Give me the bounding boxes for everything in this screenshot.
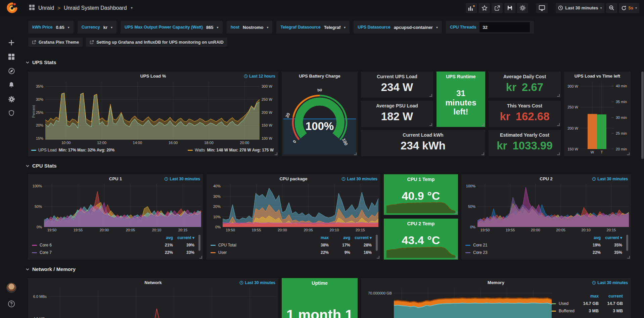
- legend-column-header[interactable]: avg: [579, 235, 601, 240]
- axis-tick-label: 20%: [36, 123, 43, 127]
- legend-column-header[interactable]: avg: [329, 235, 350, 240]
- panel-time-override-link[interactable]: Last 30 minutes: [341, 177, 377, 181]
- stat-title[interactable]: Estimated Yearly Cost: [489, 130, 561, 140]
- panel-time-override-link[interactable]: Last 30 minutes: [164, 177, 200, 181]
- dashboard-grid-icon[interactable]: [29, 4, 35, 12]
- legend-column-header[interactable]: current ▾: [350, 235, 372, 240]
- zoom-out-time-button[interactable]: [606, 3, 617, 13]
- panel-time-override-link[interactable]: Last 30 minutes: [592, 280, 628, 285]
- stat-title[interactable]: This Years Cost: [489, 101, 561, 111]
- legend-series-name[interactable]: Core 7: [32, 250, 151, 255]
- dashboards-icon[interactable]: [0, 50, 23, 63]
- tv-cycle-view-button[interactable]: [536, 3, 548, 13]
- variable-value[interactable]: apcupsd-container: [394, 25, 433, 30]
- legend-column-header[interactable]: current ▾: [601, 235, 622, 240]
- breadcrumb-app[interactable]: Unraid: [38, 5, 54, 11]
- share-dashboard-button[interactable]: [492, 3, 503, 13]
- legend-series-name[interactable]: UPS Load: [38, 148, 57, 152]
- configuration-gear-icon[interactable]: [0, 92, 23, 106]
- user-avatar[interactable]: [0, 281, 23, 294]
- grafana-logo[interactable]: [0, 0, 23, 16]
- add-panel-button[interactable]: [466, 3, 477, 13]
- panel-title[interactable]: UPS Load vs Time left: [574, 74, 620, 79]
- panel-title[interactable]: CPU package: [279, 176, 307, 181]
- variable-kwh-price[interactable]: kWh Price0.65▾: [28, 21, 74, 34]
- variable-value[interactable]: Nostromo: [243, 25, 263, 30]
- axis-tick-label: 40%: [213, 184, 221, 188]
- legend-column-header[interactable]: max: [574, 294, 599, 299]
- stat-title[interactable]: CPU 2 Temp: [384, 219, 458, 229]
- dashboard-link[interactable]: Grafana Plex Theme: [28, 38, 83, 47]
- row-header-network-memory[interactable]: Network / Memory: [26, 266, 76, 272]
- variable-currency[interactable]: Currencykr▾: [78, 21, 117, 34]
- breadcrumb-dashboard-title[interactable]: Unraid System Dashboard: [64, 5, 127, 11]
- axis-tick-label: T: [601, 150, 603, 154]
- star-dashboard-button[interactable]: [479, 3, 490, 13]
- variable-value[interactable]: 0.65: [56, 25, 64, 30]
- legend-swatch-icon: [465, 252, 470, 253]
- legend-series-name[interactable]: Watts: [195, 148, 205, 152]
- legend-series-name[interactable]: User: [211, 250, 307, 255]
- panel-title[interactable]: UPS Load %: [140, 74, 166, 79]
- legend-series-name[interactable]: CPU Total: [211, 243, 307, 247]
- save-dashboard-button[interactable]: [504, 3, 515, 13]
- variable-host[interactable]: hostNostromo▾: [227, 21, 273, 34]
- time-range-picker[interactable]: Last 30 minutes ▾: [556, 3, 604, 13]
- stat-title[interactable]: UPS Runtime: [436, 72, 485, 82]
- legend-series-stats: Min: 148 W Max: 278 W Avg: 175 W: [207, 148, 274, 152]
- panel-title[interactable]: Memory: [488, 280, 504, 285]
- variable-cpu-threads[interactable]: CPU Threads32: [446, 21, 534, 34]
- stat-title[interactable]: CPU 1 Temp: [384, 174, 458, 184]
- stat-title[interactable]: Current Load kWh: [361, 130, 485, 140]
- variable-ups-max-output-power-capacity-watt[interactable]: UPS Max Output Power Capacity (Watt)865▾: [121, 21, 223, 34]
- stat-title[interactable]: Uptime: [282, 278, 358, 288]
- legend-scrollbar[interactable]: [198, 235, 200, 251]
- row-header-ups-stats[interactable]: UPS Stats: [26, 59, 56, 65]
- breadcrumb-caret-icon[interactable]: ▾: [131, 6, 133, 10]
- legend-series-name[interactable]: Core 21: [465, 243, 579, 247]
- legend-series-name[interactable]: Used: [551, 301, 574, 306]
- variable-value[interactable]: Telegraf: [324, 25, 341, 30]
- variable-value[interactable]: 865: [206, 25, 214, 30]
- page-scrollbar-thumb[interactable]: [641, 72, 644, 159]
- legend-column-header[interactable]: current ▾: [173, 235, 194, 240]
- legend-series-name[interactable]: Buffered: [551, 309, 574, 313]
- dashboard-settings-button[interactable]: [517, 3, 528, 13]
- axis-tick-label: 250 W: [567, 105, 578, 109]
- variable-value[interactable]: kr: [103, 25, 107, 30]
- legend-scrollbar[interactable]: [626, 235, 628, 251]
- create-plus-icon[interactable]: [0, 36, 23, 49]
- panel-title[interactable]: CPU 1: [109, 176, 122, 181]
- variable-input[interactable]: 32: [479, 22, 530, 32]
- legend-swatch-icon: [32, 252, 37, 253]
- stat-title[interactable]: Average PSU Load: [361, 101, 433, 111]
- panel-title[interactable]: CPU 2: [540, 176, 552, 181]
- panel-time-override-link[interactable]: Last 30 minutes: [592, 177, 628, 181]
- panel-time-override-link[interactable]: Last 12 hours: [244, 74, 275, 79]
- top-nav-bar: Unraid > Unraid System Dashboard ▾: [0, 0, 644, 16]
- legend-series-name[interactable]: Core 23: [465, 250, 579, 255]
- legend-series-name[interactable]: Core 6: [32, 243, 151, 247]
- refresh-button[interactable]: 5s ▾: [619, 3, 640, 13]
- legend-scrollbar[interactable]: [376, 235, 378, 251]
- explore-compass-icon[interactable]: [0, 64, 23, 78]
- variable-ups-datasource[interactable]: UPS Datasourceapcupsd-container▾: [354, 21, 442, 34]
- legend-column-header[interactable]: avg: [151, 235, 173, 240]
- panel-title[interactable]: UPS Battery Charge: [299, 74, 340, 79]
- legend-swatch-icon: [551, 311, 556, 312]
- help-icon[interactable]: [0, 297, 23, 311]
- legend-series-row: Used14.7 GB14.7 GB: [551, 300, 623, 307]
- stat-title[interactable]: Average Daily Cost: [489, 72, 561, 82]
- panel-time-override-link[interactable]: Last 30 minutes: [239, 280, 275, 285]
- row-header-cpu-stats[interactable]: CPU Stats: [26, 163, 57, 169]
- legend-column-header[interactable]: max: [307, 235, 329, 240]
- legend-column-header[interactable]: current: [599, 294, 623, 299]
- panel-title[interactable]: Network: [144, 280, 162, 285]
- time-range-caret-icon: ▾: [600, 6, 602, 10]
- variable-telegraf-datasource[interactable]: Telegraf DatasourceTelegraf▾: [276, 21, 350, 34]
- server-admin-shield-icon[interactable]: [0, 106, 23, 120]
- stat-title[interactable]: Current UPS Load: [361, 72, 433, 82]
- alerting-bell-icon[interactable]: [0, 78, 23, 92]
- legend-series: WattsMin: 148 W Max: 278 W Avg: 175 W: [188, 148, 274, 152]
- dashboard-link[interactable]: Setting up Grafana and InfluxDB for UPS …: [86, 38, 227, 47]
